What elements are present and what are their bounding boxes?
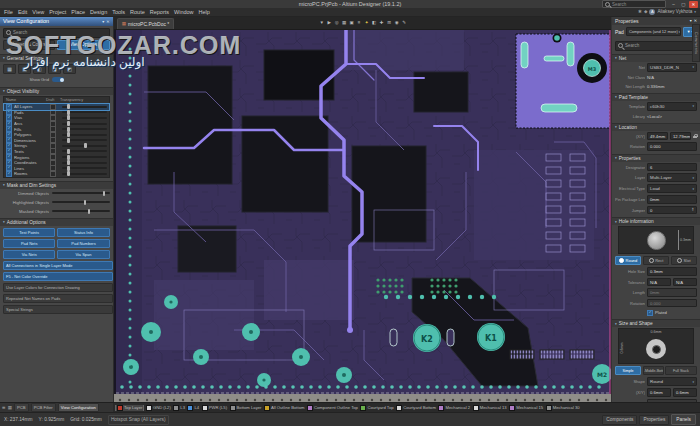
designator-field[interactable]: 6 xyxy=(647,163,697,172)
slider-knob[interactable] xyxy=(67,121,70,126)
layer-chip[interactable]: GND (L2) xyxy=(146,405,171,411)
user-area[interactable]: ✱◆ A Aliaksey Vykhota ▾ xyxy=(638,9,696,15)
ruler-icon[interactable]: ⊞ xyxy=(386,19,392,27)
option-chip-wide[interactable]: F5 - Net Color Override xyxy=(3,272,113,281)
section-pad-properties[interactable]: ▾Properties xyxy=(612,154,700,162)
section-pad-template[interactable]: ▾Pad Template xyxy=(612,93,700,101)
slider[interactable] xyxy=(52,201,110,203)
mask-icon[interactable]: ◧ xyxy=(371,19,377,27)
flip-board-icon[interactable]: ◨ xyxy=(48,64,61,74)
camera-icon[interactable]: ◉ xyxy=(394,19,400,27)
layer-select[interactable]: Multi-Layer▾ xyxy=(647,173,697,182)
maximize-button[interactable]: ▢ xyxy=(679,1,688,8)
pin-package-length-field[interactable]: 0mm xyxy=(647,195,697,204)
layer-chip[interactable]: Courtyard Top xyxy=(360,405,393,411)
transparency-slider[interactable] xyxy=(62,162,107,164)
layer-chip[interactable]: All Outline Bottom xyxy=(264,405,305,411)
transparency-slider[interactable] xyxy=(62,139,107,141)
template-select[interactable]: c60h30▾ xyxy=(647,102,697,111)
stack-mode-top-middle-bottom[interactable]: Top-Middle-Bottom xyxy=(643,366,664,375)
close-button[interactable]: ✕ xyxy=(689,1,698,8)
section-location[interactable]: ▾Location xyxy=(612,123,700,131)
jumper-stepper[interactable]: 0▲▼ xyxy=(647,206,697,215)
docked-tab-components[interactable]: Components xyxy=(602,415,637,425)
slider-knob[interactable] xyxy=(84,143,87,148)
transparency-slider[interactable] xyxy=(62,173,107,175)
slider-knob[interactable] xyxy=(88,209,91,214)
layer-chip[interactable]: Mechanical 30 xyxy=(546,405,580,411)
slider[interactable] xyxy=(52,210,110,212)
slider-knob[interactable] xyxy=(67,166,70,171)
slider-knob[interactable] xyxy=(67,171,70,176)
comments-side-tab[interactable]: Comments xyxy=(692,24,700,62)
stepper-arrows-icon[interactable]: ▲▼ xyxy=(691,208,694,213)
option-chip-wide[interactable]: All Connections in Single Layer Mode xyxy=(3,261,113,270)
option-chip[interactable]: Test Points xyxy=(3,228,55,237)
slider-knob[interactable] xyxy=(67,160,70,165)
section-mask-dim[interactable]: ▾Mask and Dim Settings xyxy=(0,181,113,189)
menu-edit[interactable]: Edit xyxy=(18,9,27,15)
document-tab[interactable]: ▦ microPC.PcbDoc * xyxy=(117,18,175,29)
tolerance-minus-field[interactable]: N/A xyxy=(673,278,697,287)
net-select[interactable]: USB3_DDR_N▾ xyxy=(647,63,697,72)
slider-knob[interactable] xyxy=(67,149,70,154)
visible-checkbox[interactable]: ✓ xyxy=(6,171,12,177)
pcb-canvas[interactable]: M3 xyxy=(114,30,611,402)
section-size-and-shape[interactable]: ▾Size and Shape xyxy=(612,319,700,327)
layer-chip[interactable]: Mechanical 13 xyxy=(473,405,507,411)
menu-route[interactable]: Route xyxy=(130,9,145,15)
transparency-slider[interactable] xyxy=(62,111,107,113)
section-net[interactable]: ▾Net xyxy=(612,54,700,62)
panel-header[interactable]: View Configuration ▾✕ xyxy=(0,17,113,26)
section-additional-options[interactable]: ▾Additional Options xyxy=(0,218,113,226)
layer-chip[interactable]: Component Outline Top xyxy=(307,405,358,411)
draft-checkbox[interactable] xyxy=(50,171,56,177)
shape-select[interactable]: Round▾ xyxy=(647,377,697,386)
projection-icon[interactable]: ◩ xyxy=(63,64,76,74)
properties-search-input[interactable]: Search xyxy=(615,41,697,51)
layer-chip[interactable]: Mechanical 2 xyxy=(438,405,470,411)
pin-icon[interactable]: ▾ xyxy=(102,19,104,24)
menu-reports[interactable]: Reports xyxy=(150,9,169,15)
select-icon[interactable]: ▶ xyxy=(326,19,332,27)
tab-view-options[interactable]: View Options xyxy=(57,40,109,50)
stack-mode-full-stack[interactable]: Full Stack xyxy=(665,366,697,375)
transparency-slider[interactable] xyxy=(62,150,107,152)
tolerance-plus-field[interactable]: N/A xyxy=(647,278,671,287)
option-chip[interactable]: Via Span xyxy=(57,250,109,259)
pad-y-field[interactable]: 0.6mm xyxy=(673,388,697,397)
option-row[interactable]: Special Strings xyxy=(3,305,113,314)
transparency-slider[interactable] xyxy=(62,145,107,147)
board-icon[interactable]: ▣ xyxy=(349,19,355,27)
global-search-input[interactable]: Search xyxy=(602,0,666,8)
section-hole-information[interactable]: ▾Hole information xyxy=(612,217,700,225)
option-chip[interactable]: Pad Numbers xyxy=(57,239,109,248)
electrical-type-select[interactable]: Load▾ xyxy=(647,184,697,193)
slider-knob[interactable] xyxy=(67,110,70,115)
layer-chip[interactable]: Bottom Layer xyxy=(230,405,262,411)
filter-icon[interactable]: ▼ xyxy=(319,19,325,27)
slider-knob[interactable] xyxy=(67,155,70,160)
layers-icon[interactable]: ≡ xyxy=(356,19,362,27)
section-general-settings[interactable]: ▾General Settings xyxy=(0,54,113,62)
location-x-field[interactable]: 49.4mm xyxy=(647,132,668,141)
section-object-visibility[interactable]: ▾Object Visibility xyxy=(0,87,113,95)
menu-view[interactable]: View xyxy=(32,9,44,15)
layer-chip[interactable]: L3 xyxy=(173,405,185,411)
draw-icon[interactable]: ✎ xyxy=(401,19,407,27)
close-icon[interactable]: ✕ xyxy=(106,19,109,24)
option-row[interactable]: Use Layer Colors for Connection Drawing xyxy=(3,283,113,292)
grid-toggle-icon[interactable]: ▦ xyxy=(8,405,12,410)
slider-knob[interactable] xyxy=(84,200,87,205)
location-y-field[interactable]: 12.79mm xyxy=(670,132,691,141)
panels-button[interactable]: Panels xyxy=(671,414,696,425)
docked-tab-properties[interactable]: Properties xyxy=(639,415,669,425)
layer-chip[interactable]: PWR (L5) xyxy=(202,405,227,411)
menu-help[interactable]: Help xyxy=(199,9,210,15)
view-config-search-input[interactable]: Search xyxy=(3,28,110,38)
transparency-slider[interactable] xyxy=(62,128,107,130)
option-chip[interactable]: Status Info xyxy=(57,228,109,237)
transparency-slider[interactable] xyxy=(62,106,107,108)
hole-size-field[interactable]: 0.3mm xyxy=(647,267,697,276)
panel-tab-pcb[interactable]: PCB xyxy=(14,403,29,412)
